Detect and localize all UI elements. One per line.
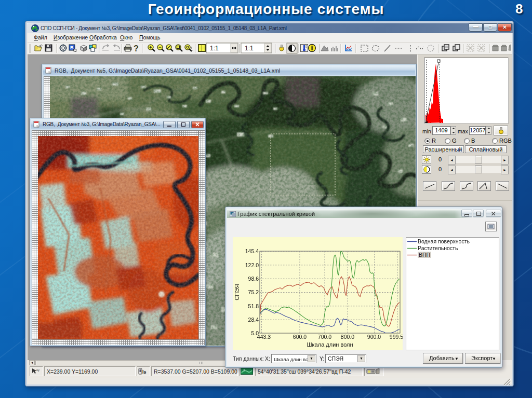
svg-text:98.6: 98.6 xyxy=(248,276,259,282)
svg-text:СПЭЯ: СПЭЯ xyxy=(234,284,240,300)
svg-text:1:1: 1:1 xyxy=(245,45,254,52)
svg-text:122.0: 122.0 xyxy=(245,262,259,268)
svg-text:800.0: 800.0 xyxy=(341,334,354,340)
svg-text:28.4: 28.4 xyxy=(248,317,259,323)
svg-text:999.5: 999.5 xyxy=(390,334,403,340)
svg-text:1:1: 1:1 xyxy=(210,45,219,52)
svg-text:Шкала длин волн: Шкала длин волн xyxy=(307,341,353,348)
svg-text:145.4: 145.4 xyxy=(245,248,259,254)
svg-text:600.0: 600.0 xyxy=(293,334,307,340)
svg-text:B: B xyxy=(70,45,74,50)
svg-text:700.0: 700.0 xyxy=(318,334,331,340)
svg-text:900.0: 900.0 xyxy=(367,334,381,340)
svg-text:443.3: 443.3 xyxy=(257,334,271,340)
svg-text:xy: xy xyxy=(36,368,39,372)
svg-text:ls: ls xyxy=(142,369,147,375)
svg-text:51.8: 51.8 xyxy=(248,303,259,309)
svg-text:?: ? xyxy=(134,44,139,53)
svg-text:75.2: 75.2 xyxy=(248,289,259,295)
